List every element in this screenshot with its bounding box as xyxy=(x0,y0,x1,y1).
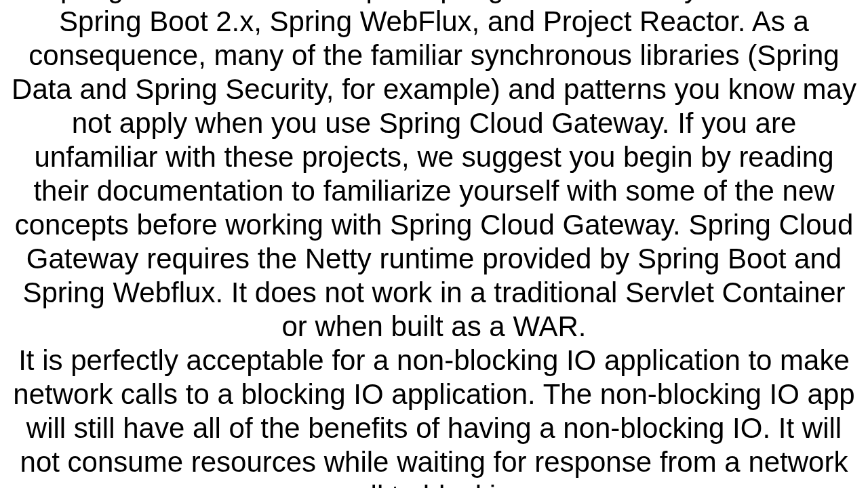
document-content: Spring Cloud is built on top of Spring B… xyxy=(0,0,868,488)
paragraph-2: It is perfectly acceptable for a non-blo… xyxy=(7,344,861,488)
paragraph-1: Spring Cloud is built on top of Spring B… xyxy=(7,0,861,344)
